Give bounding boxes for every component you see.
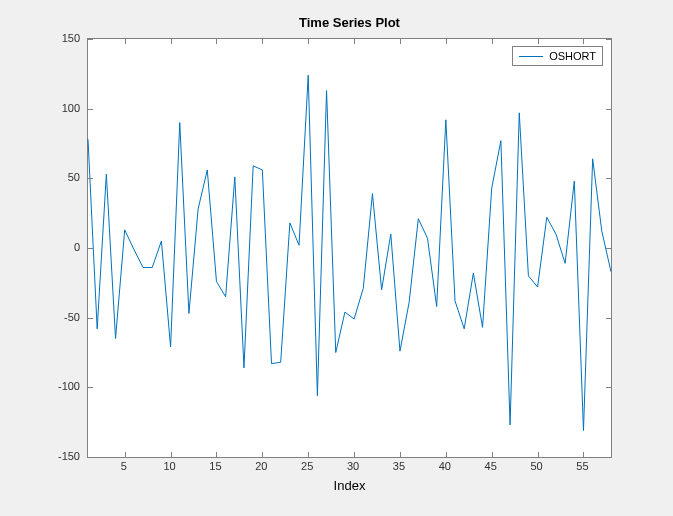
y-tick-label: 150 [30, 32, 80, 44]
legend-label: OSHORT [549, 50, 596, 62]
x-tick-label: 35 [393, 460, 405, 472]
y-tick-label: 100 [30, 102, 80, 114]
legend-swatch [519, 56, 543, 57]
y-tick-label: -150 [30, 450, 80, 462]
x-tick-label: 15 [209, 460, 221, 472]
x-tick-label: 50 [530, 460, 542, 472]
x-tick-label: 30 [347, 460, 359, 472]
y-tick-label: 0 [30, 241, 80, 253]
y-tick-label: -50 [30, 311, 80, 323]
figure-window: Time Series Plot OSHORT Index -150-100-5… [0, 0, 673, 516]
x-tick-label: 40 [439, 460, 451, 472]
x-tick-label: 45 [485, 460, 497, 472]
x-tick-label: 5 [121, 460, 127, 472]
y-tick-label: -100 [30, 380, 80, 392]
chart-title: Time Series Plot [87, 15, 612, 30]
y-tick-label: 50 [30, 171, 80, 183]
legend[interactable]: OSHORT [512, 46, 603, 66]
x-tick-label: 20 [255, 460, 267, 472]
x-tick-label: 10 [163, 460, 175, 472]
x-tick-label: 25 [301, 460, 313, 472]
x-tick-label: 55 [576, 460, 588, 472]
line-series [88, 39, 611, 457]
x-axis-label: Index [87, 478, 612, 493]
axes [87, 38, 612, 458]
